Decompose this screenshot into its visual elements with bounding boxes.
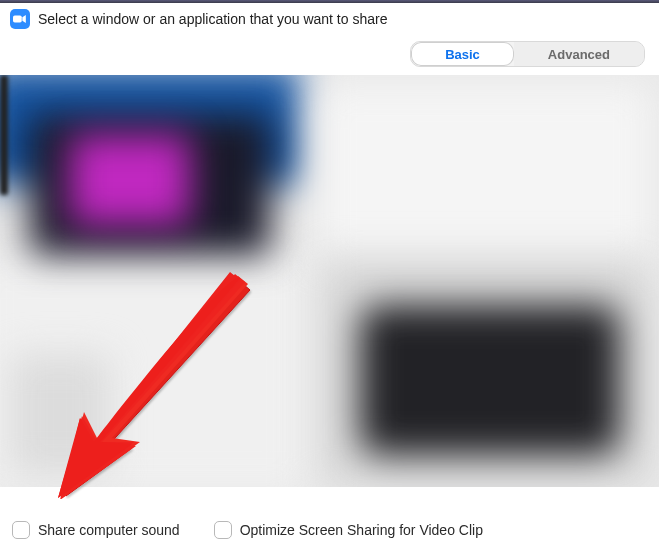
share-preview-area[interactable] xyxy=(0,75,659,487)
dialog-header: Select a window or an application that y… xyxy=(0,3,659,35)
tab-advanced[interactable]: Advanced xyxy=(514,42,644,66)
checkbox-icon xyxy=(214,521,232,539)
window-thumbnail xyxy=(70,135,190,225)
checkbox-icon xyxy=(12,521,30,539)
dialog-footer: Share computer sound Optimize Screen Sha… xyxy=(0,499,659,555)
share-computer-sound-checkbox[interactable]: Share computer sound xyxy=(12,521,180,539)
window-thumbnail xyxy=(320,85,650,275)
tab-basic[interactable]: Basic xyxy=(411,42,514,66)
tabs-container: Basic Advanced xyxy=(0,35,659,75)
window-thumbnail xyxy=(360,305,620,455)
window-thumbnail xyxy=(10,355,110,475)
zoom-app-icon xyxy=(10,9,30,29)
share-mode-tabs: Basic Advanced xyxy=(410,41,645,67)
optimize-video-clip-checkbox[interactable]: Optimize Screen Sharing for Video Clip xyxy=(214,521,483,539)
checkbox-label: Optimize Screen Sharing for Video Clip xyxy=(240,522,483,538)
window-thumbnail-edge xyxy=(0,75,8,195)
checkbox-label: Share computer sound xyxy=(38,522,180,538)
dialog-title: Select a window or an application that y… xyxy=(38,11,387,27)
camera-icon xyxy=(13,14,27,24)
svg-rect-0 xyxy=(13,16,22,23)
